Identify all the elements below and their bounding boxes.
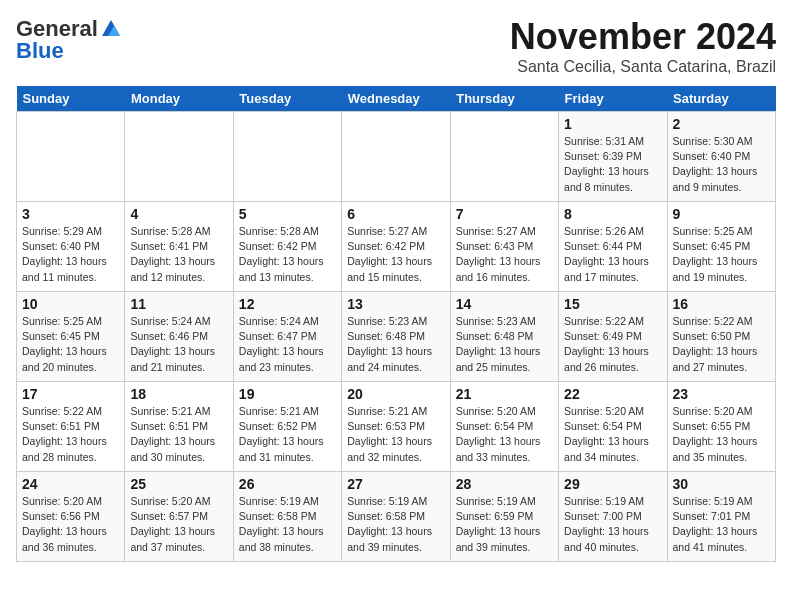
calendar-cell: 3Sunrise: 5:29 AMSunset: 6:40 PMDaylight…: [17, 202, 125, 292]
calendar-cell: [233, 112, 341, 202]
day-number: 15: [564, 296, 661, 312]
day-info: Sunrise: 5:30 AMSunset: 6:40 PMDaylight:…: [673, 134, 770, 195]
calendar-cell: 24Sunrise: 5:20 AMSunset: 6:56 PMDayligh…: [17, 472, 125, 562]
day-info: Sunrise: 5:23 AMSunset: 6:48 PMDaylight:…: [347, 314, 444, 375]
calendar-cell: 21Sunrise: 5:20 AMSunset: 6:54 PMDayligh…: [450, 382, 558, 472]
weekday-header-sunday: Sunday: [17, 86, 125, 112]
day-info: Sunrise: 5:21 AMSunset: 6:53 PMDaylight:…: [347, 404, 444, 465]
calendar-cell: 18Sunrise: 5:21 AMSunset: 6:51 PMDayligh…: [125, 382, 233, 472]
day-info: Sunrise: 5:27 AMSunset: 6:42 PMDaylight:…: [347, 224, 444, 285]
week-row-1: 1Sunrise: 5:31 AMSunset: 6:39 PMDaylight…: [17, 112, 776, 202]
calendar-cell: 4Sunrise: 5:28 AMSunset: 6:41 PMDaylight…: [125, 202, 233, 292]
day-info: Sunrise: 5:19 AMSunset: 6:59 PMDaylight:…: [456, 494, 553, 555]
day-info: Sunrise: 5:21 AMSunset: 6:52 PMDaylight:…: [239, 404, 336, 465]
day-info: Sunrise: 5:19 AMSunset: 6:58 PMDaylight:…: [239, 494, 336, 555]
calendar-cell: 12Sunrise: 5:24 AMSunset: 6:47 PMDayligh…: [233, 292, 341, 382]
day-number: 24: [22, 476, 119, 492]
day-number: 26: [239, 476, 336, 492]
weekday-header-friday: Friday: [559, 86, 667, 112]
calendar-cell: 25Sunrise: 5:20 AMSunset: 6:57 PMDayligh…: [125, 472, 233, 562]
day-info: Sunrise: 5:23 AMSunset: 6:48 PMDaylight:…: [456, 314, 553, 375]
day-info: Sunrise: 5:20 AMSunset: 6:54 PMDaylight:…: [456, 404, 553, 465]
day-info: Sunrise: 5:24 AMSunset: 6:46 PMDaylight:…: [130, 314, 227, 375]
logo: General Blue: [16, 16, 122, 64]
calendar-cell: 11Sunrise: 5:24 AMSunset: 6:46 PMDayligh…: [125, 292, 233, 382]
day-number: 11: [130, 296, 227, 312]
day-info: Sunrise: 5:22 AMSunset: 6:51 PMDaylight:…: [22, 404, 119, 465]
day-number: 12: [239, 296, 336, 312]
month-title: November 2024: [510, 16, 776, 58]
day-info: Sunrise: 5:31 AMSunset: 6:39 PMDaylight:…: [564, 134, 661, 195]
day-number: 1: [564, 116, 661, 132]
calendar-cell: 5Sunrise: 5:28 AMSunset: 6:42 PMDaylight…: [233, 202, 341, 292]
calendar-cell: 27Sunrise: 5:19 AMSunset: 6:58 PMDayligh…: [342, 472, 450, 562]
calendar-cell: 6Sunrise: 5:27 AMSunset: 6:42 PMDaylight…: [342, 202, 450, 292]
logo-icon: [100, 18, 122, 40]
location: Santa Cecilia, Santa Catarina, Brazil: [510, 58, 776, 76]
week-row-4: 17Sunrise: 5:22 AMSunset: 6:51 PMDayligh…: [17, 382, 776, 472]
calendar-cell: [342, 112, 450, 202]
calendar-cell: [450, 112, 558, 202]
calendar-cell: 23Sunrise: 5:20 AMSunset: 6:55 PMDayligh…: [667, 382, 775, 472]
day-number: 4: [130, 206, 227, 222]
day-info: Sunrise: 5:28 AMSunset: 6:41 PMDaylight:…: [130, 224, 227, 285]
day-info: Sunrise: 5:29 AMSunset: 6:40 PMDaylight:…: [22, 224, 119, 285]
day-info: Sunrise: 5:20 AMSunset: 6:54 PMDaylight:…: [564, 404, 661, 465]
weekday-header-row: SundayMondayTuesdayWednesdayThursdayFrid…: [17, 86, 776, 112]
day-info: Sunrise: 5:20 AMSunset: 6:55 PMDaylight:…: [673, 404, 770, 465]
calendar-cell: 28Sunrise: 5:19 AMSunset: 6:59 PMDayligh…: [450, 472, 558, 562]
calendar-cell: 9Sunrise: 5:25 AMSunset: 6:45 PMDaylight…: [667, 202, 775, 292]
day-number: 16: [673, 296, 770, 312]
calendar-cell: 26Sunrise: 5:19 AMSunset: 6:58 PMDayligh…: [233, 472, 341, 562]
day-info: Sunrise: 5:26 AMSunset: 6:44 PMDaylight:…: [564, 224, 661, 285]
calendar-cell: 14Sunrise: 5:23 AMSunset: 6:48 PMDayligh…: [450, 292, 558, 382]
day-number: 10: [22, 296, 119, 312]
day-number: 22: [564, 386, 661, 402]
day-number: 8: [564, 206, 661, 222]
day-info: Sunrise: 5:27 AMSunset: 6:43 PMDaylight:…: [456, 224, 553, 285]
day-info: Sunrise: 5:19 AMSunset: 7:01 PMDaylight:…: [673, 494, 770, 555]
day-number: 20: [347, 386, 444, 402]
calendar-cell: 30Sunrise: 5:19 AMSunset: 7:01 PMDayligh…: [667, 472, 775, 562]
day-info: Sunrise: 5:19 AMSunset: 6:58 PMDaylight:…: [347, 494, 444, 555]
day-number: 30: [673, 476, 770, 492]
day-number: 27: [347, 476, 444, 492]
logo-blue-text: Blue: [16, 38, 64, 64]
day-number: 5: [239, 206, 336, 222]
calendar-cell: 1Sunrise: 5:31 AMSunset: 6:39 PMDaylight…: [559, 112, 667, 202]
week-row-3: 10Sunrise: 5:25 AMSunset: 6:45 PMDayligh…: [17, 292, 776, 382]
day-number: 28: [456, 476, 553, 492]
calendar-cell: 2Sunrise: 5:30 AMSunset: 6:40 PMDaylight…: [667, 112, 775, 202]
day-number: 9: [673, 206, 770, 222]
calendar-cell: 19Sunrise: 5:21 AMSunset: 6:52 PMDayligh…: [233, 382, 341, 472]
weekday-header-monday: Monday: [125, 86, 233, 112]
calendar-cell: 10Sunrise: 5:25 AMSunset: 6:45 PMDayligh…: [17, 292, 125, 382]
day-info: Sunrise: 5:22 AMSunset: 6:50 PMDaylight:…: [673, 314, 770, 375]
calendar-cell: 20Sunrise: 5:21 AMSunset: 6:53 PMDayligh…: [342, 382, 450, 472]
calendar-cell: 22Sunrise: 5:20 AMSunset: 6:54 PMDayligh…: [559, 382, 667, 472]
calendar-cell: 15Sunrise: 5:22 AMSunset: 6:49 PMDayligh…: [559, 292, 667, 382]
day-number: 19: [239, 386, 336, 402]
day-info: Sunrise: 5:21 AMSunset: 6:51 PMDaylight:…: [130, 404, 227, 465]
day-info: Sunrise: 5:19 AMSunset: 7:00 PMDaylight:…: [564, 494, 661, 555]
title-area: November 2024 Santa Cecilia, Santa Catar…: [510, 16, 776, 76]
day-number: 3: [22, 206, 119, 222]
day-number: 21: [456, 386, 553, 402]
day-info: Sunrise: 5:25 AMSunset: 6:45 PMDaylight:…: [22, 314, 119, 375]
calendar-cell: 13Sunrise: 5:23 AMSunset: 6:48 PMDayligh…: [342, 292, 450, 382]
day-info: Sunrise: 5:22 AMSunset: 6:49 PMDaylight:…: [564, 314, 661, 375]
calendar-cell: 17Sunrise: 5:22 AMSunset: 6:51 PMDayligh…: [17, 382, 125, 472]
weekday-header-thursday: Thursday: [450, 86, 558, 112]
weekday-header-wednesday: Wednesday: [342, 86, 450, 112]
day-number: 17: [22, 386, 119, 402]
day-info: Sunrise: 5:25 AMSunset: 6:45 PMDaylight:…: [673, 224, 770, 285]
day-number: 6: [347, 206, 444, 222]
calendar-cell: 8Sunrise: 5:26 AMSunset: 6:44 PMDaylight…: [559, 202, 667, 292]
day-number: 14: [456, 296, 553, 312]
weekday-header-tuesday: Tuesday: [233, 86, 341, 112]
day-number: 29: [564, 476, 661, 492]
week-row-5: 24Sunrise: 5:20 AMSunset: 6:56 PMDayligh…: [17, 472, 776, 562]
calendar-cell: [17, 112, 125, 202]
header: General Blue November 2024 Santa Cecilia…: [16, 16, 776, 76]
calendar-table: SundayMondayTuesdayWednesdayThursdayFrid…: [16, 86, 776, 562]
